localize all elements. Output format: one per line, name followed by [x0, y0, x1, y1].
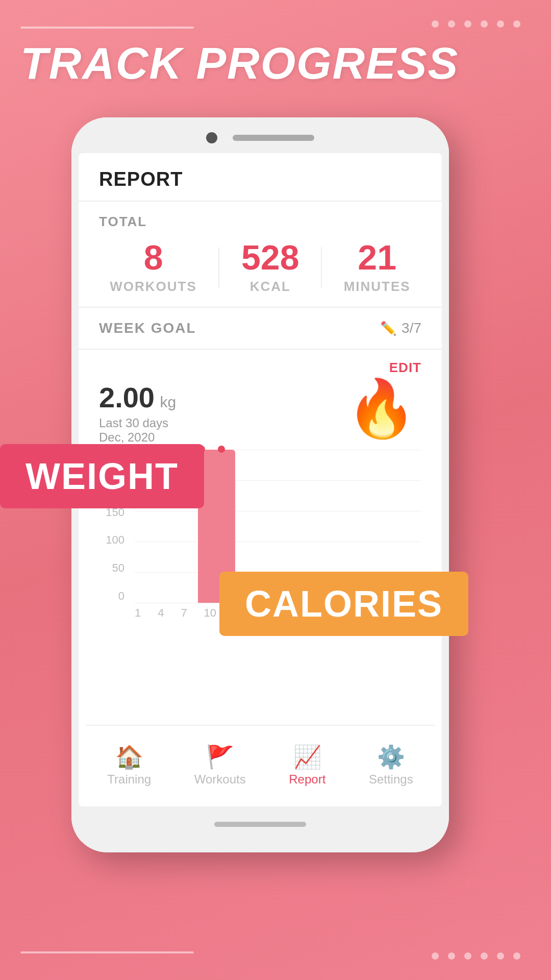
weight-badge: WEIGHT	[0, 444, 204, 508]
decorative-line-top	[20, 27, 194, 29]
pencil-icon: ✏️	[380, 321, 396, 336]
x-label-1: 1	[135, 606, 141, 620]
flame-icon: 🔥	[346, 380, 416, 436]
workouts-label: WORKOUTS	[110, 279, 197, 295]
y-label-100: 100	[106, 533, 124, 547]
nav-report[interactable]: 📈 Report	[289, 746, 325, 787]
phone-bottom-bar	[71, 806, 449, 842]
x-label-4: 4	[158, 606, 164, 620]
nav-training-label: Training	[107, 772, 151, 787]
y-label-0: 0	[118, 590, 124, 603]
kcal-label: KCAL	[241, 279, 299, 295]
stat-divider-2	[321, 247, 322, 288]
total-label: TOTAL	[99, 214, 421, 230]
report-icon: 📈	[293, 746, 321, 768]
stat-workouts: 8 WORKOUTS	[110, 240, 197, 295]
home-indicator	[214, 822, 306, 827]
x-label-10: 10	[204, 606, 216, 620]
nav-settings-label: Settings	[369, 772, 413, 787]
stats-row: 8 WORKOUTS 528 KCAL 21 MINUTES	[99, 240, 421, 295]
stat-minutes: 21 MINUTES	[344, 240, 411, 295]
week-goal-section: WEEK GOAL ✏️ 3/7	[79, 308, 442, 350]
x-label-7: 7	[181, 606, 187, 620]
edit-button[interactable]: EDIT	[99, 360, 421, 376]
weight-unit: kg	[160, 394, 176, 410]
dots-top	[432, 20, 520, 28]
nav-settings[interactable]: ⚙️ Settings	[369, 746, 413, 787]
bar-dot-right	[218, 446, 225, 453]
h-line-3	[135, 511, 421, 511]
h-line-4	[135, 542, 421, 542]
week-goal-label: WEEK GOAL	[99, 320, 196, 336]
dots-bottom	[432, 952, 520, 960]
workouts-value: 8	[110, 240, 197, 275]
phone-speaker	[233, 135, 314, 141]
minutes-value: 21	[344, 240, 411, 275]
week-goal-value[interactable]: ✏️ 3/7	[380, 320, 421, 336]
stat-kcal: 528 KCAL	[241, 240, 299, 295]
page-title: TRACK PROGRESS	[20, 41, 459, 86]
settings-icon: ⚙️	[377, 746, 405, 768]
total-section: TOTAL 8 WORKOUTS 528 KCAL 21 MINUTES	[79, 202, 442, 308]
phone-camera	[206, 132, 217, 143]
home-icon: 🏠	[115, 746, 143, 768]
decorative-line-bottom	[20, 951, 194, 953]
minutes-label: MINUTES	[344, 279, 411, 295]
bottom-nav: 🏠 Training 🚩 Workouts 📈 Report ⚙️ Settin…	[86, 725, 435, 806]
kcal-value: 528	[241, 240, 299, 275]
report-title: REPORT	[99, 168, 421, 190]
nav-workouts-label: Workouts	[194, 772, 246, 787]
report-header: REPORT	[79, 153, 442, 202]
nav-training[interactable]: 🏠 Training	[107, 746, 151, 787]
calories-badge: CALORIES	[219, 572, 468, 636]
flag-icon: 🚩	[206, 746, 234, 768]
weight-value: 2.00	[99, 381, 155, 413]
nav-workouts[interactable]: 🚩 Workouts	[194, 746, 246, 787]
stat-divider-1	[218, 247, 219, 288]
phone-top-bar	[71, 117, 449, 153]
nav-report-label: Report	[289, 772, 325, 787]
week-goal-progress: 3/7	[402, 320, 421, 336]
y-label-50: 50	[112, 561, 124, 575]
